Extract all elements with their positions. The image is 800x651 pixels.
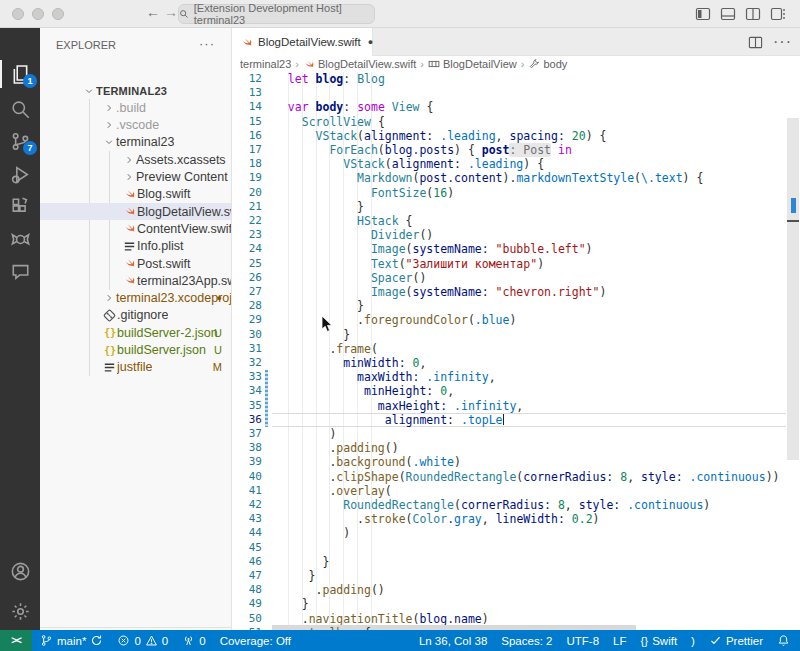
code-line-text[interactable]: Image(systemName: "bubble.left") — [274, 242, 593, 256]
status-encoding[interactable]: UTF-8 — [566, 635, 599, 647]
code-line-44[interactable]: 44 ) — [232, 526, 800, 540]
toggle-primary-sidebar-icon[interactable] — [695, 6, 711, 22]
tree-item-info-plist[interactable]: Info.plist — [40, 238, 232, 255]
tree-item--build[interactable]: .build — [40, 99, 232, 116]
breadcrumb-blogdetailview[interactable]: BlogDetailView — [428, 58, 517, 70]
code-line-14[interactable]: 14 var body: some View { — [232, 100, 800, 114]
code-line-text[interactable]: FontSize(16) — [274, 186, 454, 200]
code-line-18[interactable]: 18 VStack(alignment: .leading) { — [232, 157, 800, 171]
code-line-text[interactable]: } — [274, 200, 364, 214]
code-line-28[interactable]: 28 } — [232, 299, 800, 313]
tree-item-preview-content[interactable]: Preview Content — [40, 169, 232, 186]
activity-accounts-icon[interactable] — [0, 555, 40, 587]
code-line-40[interactable]: 40 .clipShape(RoundedRectangle(cornerRad… — [232, 470, 800, 484]
code-line-text[interactable]: Image(systemName: "chevron.right") — [274, 285, 606, 299]
code-line-29[interactable]: 29 .foregroundColor(.blue) — [232, 313, 800, 327]
code-line-47[interactable]: 47 } — [232, 569, 800, 583]
code-line-48[interactable]: 48 .padding() — [232, 583, 800, 597]
code-line-text[interactable]: } — [274, 597, 309, 611]
code-line-21[interactable]: 21 } — [232, 200, 800, 214]
code-line-text[interactable]: .clipShape(RoundedRectangle(cornerRadius… — [274, 470, 780, 484]
navigate-back-button[interactable]: ← — [144, 4, 162, 20]
code-line-text[interactable]: } — [274, 569, 316, 583]
tree-item-justfile[interactable]: justfileM — [40, 359, 232, 376]
code-line-text[interactable]: VStack(alignment: .leading) { — [274, 157, 544, 171]
code-line-text[interactable]: } — [274, 299, 364, 313]
editor-more-actions-icon[interactable]: ··· — [773, 33, 792, 51]
code-line-text[interactable]: .padding() — [274, 583, 385, 597]
code-line-text[interactable]: ForEach(blog.posts) { post: Post in — [274, 143, 572, 157]
tree-item-contentview-swift[interactable]: ContentView.swift — [40, 220, 232, 237]
activity-sweetpad-icon[interactable] — [0, 223, 40, 255]
close-window-button[interactable] — [12, 8, 24, 20]
code-line-26[interactable]: 26 Spacer() — [232, 271, 800, 285]
code-line-19[interactable]: 19 Markdown(post.content).markdownTextSt… — [232, 171, 800, 185]
code-line-text[interactable]: Text("Залишити коментар") — [274, 257, 544, 271]
code-line-25[interactable]: 25 Text("Залишити коментар") — [232, 257, 800, 271]
code-line-24[interactable]: 24 Image(systemName: "bubble.left") — [232, 242, 800, 256]
tree-item-terminal23app-swift[interactable]: terminal23App.swift — [40, 272, 232, 289]
code-line-text[interactable]: HStack { — [274, 214, 413, 228]
code-line-text[interactable]: } — [274, 328, 350, 342]
status-cursor-position[interactable]: Ln 36, Col 38 — [419, 635, 487, 647]
status-lsp-spinner[interactable]: ) — [691, 635, 695, 647]
code-line-15[interactable]: 15 ScrollView { — [232, 115, 800, 129]
command-center-search[interactable]: [Extension Development Host] terminal23 — [178, 4, 375, 24]
tree-item-buildserver-json[interactable]: {}buildServer.jsonU — [40, 342, 232, 359]
tree-item-buildserver-2-json[interactable]: {}buildServer-2.jsonU — [40, 324, 232, 341]
code-line-39[interactable]: 39 .background(.white) — [232, 455, 800, 469]
code-line-50[interactable]: 50 .navigationTitle(blog.name) — [232, 612, 800, 626]
code-line-text[interactable]: minHeight: 0, — [274, 384, 454, 398]
code-line-text[interactable]: .frame( — [274, 342, 378, 356]
code-line-text[interactable]: alignment: .topLe — [274, 413, 504, 427]
toggle-panel-icon[interactable] — [720, 6, 736, 22]
code-line-37[interactable]: 37 ) — [232, 427, 800, 441]
code-line-text[interactable]: VStack(alignment: .leading, spacing: 20)… — [274, 129, 606, 143]
split-editor-icon[interactable] — [745, 6, 761, 22]
code-line-17[interactable]: 17 ForEach(blog.posts) { post: Post in — [232, 143, 800, 157]
tree-item-terminal23[interactable]: terminal23 — [40, 134, 232, 151]
status-eol[interactable]: LF — [613, 635, 626, 647]
activity-explorer-icon[interactable]: 1 — [0, 58, 40, 90]
code-line-45[interactable]: 45 — [232, 541, 800, 555]
tree-item-blog-swift[interactable]: Blog.swift — [40, 186, 232, 203]
code-line-text[interactable]: .overlay( — [274, 484, 392, 498]
activity-source-control-icon[interactable]: 7 — [0, 125, 40, 157]
status-notifications[interactable] — [777, 634, 790, 647]
code-line-32[interactable]: 32 minWidth: 0, — [232, 356, 800, 370]
split-editor-icon[interactable] — [748, 35, 763, 50]
activity-chat-icon[interactable] — [0, 255, 40, 287]
code-line-33[interactable]: 33 maxWidth: .infinity, — [232, 370, 800, 384]
status-coverage[interactable]: Coverage: Off — [220, 635, 291, 647]
code-line-text[interactable]: .background(.white) — [274, 455, 461, 469]
breadcrumb-blogdetailview-swift[interactable]: BlogDetailView.swift — [303, 58, 416, 70]
code-line-text[interactable]: Divider() — [274, 228, 433, 242]
code-line-41[interactable]: 41 .overlay( — [232, 484, 800, 498]
activity-run-debug-icon[interactable] — [0, 158, 40, 190]
tree-item-terminal23-xcodeproj[interactable]: terminal23.xcodeproj● — [40, 290, 232, 307]
scrollbar-slider[interactable] — [787, 118, 799, 460]
code-line-text[interactable]: Spacer() — [274, 271, 426, 285]
status-language-mode[interactable]: {}Swift — [640, 635, 677, 647]
status-git-branch[interactable]: main* — [40, 634, 103, 647]
code-line-36[interactable]: 36 alignment: .topLe — [232, 413, 800, 427]
code-line-20[interactable]: 20 FontSize(16) — [232, 186, 800, 200]
code-line-text[interactable]: ScrollView { — [274, 115, 385, 129]
vertical-scrollbar[interactable] — [787, 72, 799, 630]
code-line-49[interactable]: 49 } — [232, 597, 800, 611]
code-line-13[interactable]: 13 — [232, 86, 800, 100]
tab-blogdetailview[interactable]: BlogDetailView.swift ● — [232, 28, 373, 56]
code-line-text[interactable]: maxHeight: .infinity, — [274, 399, 523, 413]
code-line-46[interactable]: 46 } — [232, 555, 800, 569]
breadcrumb-body[interactable]: body — [528, 58, 567, 70]
code-line-27[interactable]: 27 Image(systemName: "chevron.right") — [232, 285, 800, 299]
code-line-text[interactable]: } — [274, 555, 329, 569]
code-editor[interactable]: 12 let blog: Blog1314 var body: some Vie… — [232, 72, 800, 630]
code-line-text[interactable]: maxWidth: .infinity, — [274, 370, 496, 384]
code-line-text[interactable]: .foregroundColor(.blue) — [274, 313, 516, 327]
activity-extensions-icon[interactable] — [0, 190, 40, 222]
zoom-window-button[interactable] — [52, 8, 64, 20]
code-line-31[interactable]: 31 .frame( — [232, 342, 800, 356]
activity-search-icon[interactable] — [0, 93, 40, 125]
code-line-text[interactable]: minWidth: 0, — [274, 356, 426, 370]
